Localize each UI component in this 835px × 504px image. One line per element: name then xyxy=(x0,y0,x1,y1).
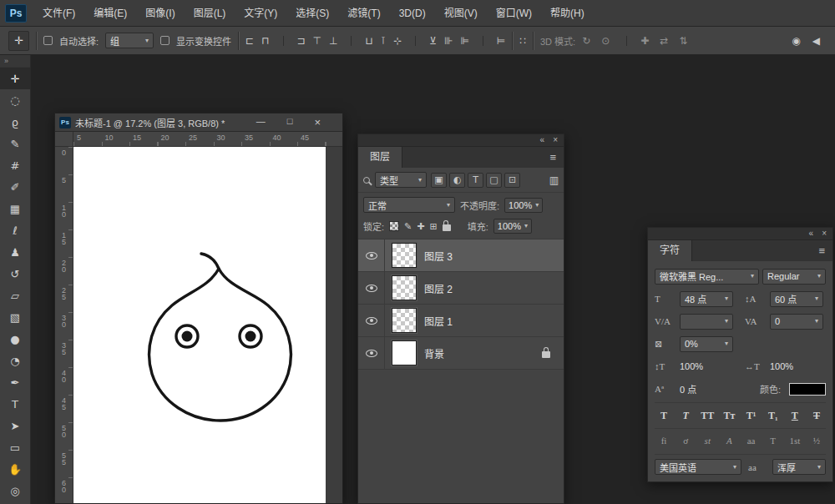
faux-italic-button[interactable]: T xyxy=(676,407,695,423)
superscript-button[interactable]: T¹ xyxy=(742,407,761,423)
dodge-tool[interactable]: ◔ xyxy=(0,350,30,371)
layer-visibility-toggle[interactable] xyxy=(358,239,385,271)
fill-field[interactable]: 100% ▾ xyxy=(493,219,532,234)
kerning-field[interactable]: ▾ xyxy=(680,314,733,330)
close-panel-icon[interactable]: × xyxy=(822,229,827,238)
distribute-right-edges-icon[interactable]: ⊨ xyxy=(483,36,505,46)
filter-pixel-layers-icon[interactable]: ▣ xyxy=(431,173,447,188)
layer-row[interactable]: 图层 1 xyxy=(358,305,564,337)
standard-ligatures-button[interactable]: fi xyxy=(655,433,673,449)
filter-shape-layers-icon[interactable]: ▢ xyxy=(486,173,502,188)
spot-healing-brush-tool[interactable]: ▦ xyxy=(0,198,30,219)
align-horizontal-centers-icon[interactable]: ⊓ xyxy=(261,36,269,46)
auto-select-dropdown[interactable]: 组 ▾ xyxy=(105,33,154,48)
3d-slide-icon[interactable]: ⇄ xyxy=(660,36,668,46)
lock-artboard-icon[interactable]: ⊞ xyxy=(430,222,438,231)
quick-selection-tool[interactable]: ✎ xyxy=(0,133,30,154)
auto-select-checkbox[interactable] xyxy=(43,36,53,45)
align-bottom-edges-icon[interactable]: ⊔ xyxy=(351,36,372,46)
layer-row[interactable]: 背景 xyxy=(358,337,564,370)
lasso-tool[interactable]: ϱ xyxy=(0,111,30,133)
path-selection-tool[interactable]: ➤ xyxy=(0,415,30,436)
eraser-tool[interactable]: ▱ xyxy=(0,285,30,306)
zoom-tool[interactable]: ◎ xyxy=(0,480,30,501)
titling-alternates-button[interactable]: T xyxy=(764,433,782,449)
type-tool[interactable]: T xyxy=(0,393,30,415)
menu-type[interactable]: 文字(Y) xyxy=(235,1,286,26)
gradient-tool[interactable]: ▧ xyxy=(0,306,30,328)
ordinals-button[interactable]: 1st xyxy=(786,433,804,449)
proportional-spacing-field[interactable]: 0% ▾ xyxy=(680,336,733,352)
baseline-shift-value[interactable]: 0 点 xyxy=(680,382,733,396)
close-panel-icon[interactable]: × xyxy=(553,136,558,144)
menu-3d[interactable]: 3D(D) xyxy=(390,1,435,26)
3d-scale-icon[interactable]: ⇅ xyxy=(679,36,687,46)
layer-row[interactable]: 图层 2 xyxy=(358,272,564,305)
distribute-left-edges-icon[interactable]: ⊪ xyxy=(444,36,453,46)
swash-button[interactable]: A xyxy=(720,433,738,449)
menu-image[interactable]: 图像(I) xyxy=(136,1,184,26)
menu-select[interactable]: 选择(S) xyxy=(286,1,338,26)
panel-menu-icon[interactable]: ≡ xyxy=(542,147,564,168)
canvas-area[interactable] xyxy=(73,147,342,503)
discretionary-ligatures-button[interactable]: st xyxy=(698,433,716,449)
close-button[interactable]: × xyxy=(314,117,321,128)
lock-image-pixels-icon[interactable]: ✎ xyxy=(404,222,412,231)
small-caps-button[interactable]: Tт xyxy=(720,407,738,423)
horizontal-scale-value[interactable]: 100% xyxy=(770,361,823,371)
faux-bold-button[interactable]: T xyxy=(655,407,673,423)
antialias-dropdown[interactable]: 浑厚 ▾ xyxy=(772,459,826,475)
layer-visibility-toggle[interactable] xyxy=(358,305,385,336)
underline-button[interactable]: T xyxy=(786,407,804,423)
collapse-panel-icon[interactable]: « xyxy=(540,136,545,144)
layer-thumbnail[interactable] xyxy=(392,308,417,333)
menu-layer[interactable]: 图层(L) xyxy=(185,1,235,26)
font-style-dropdown[interactable]: Regular ▾ xyxy=(762,269,826,285)
all-caps-button[interactable]: TT xyxy=(698,407,716,423)
minimize-button[interactable]: — xyxy=(256,117,266,128)
lock-transparent-pixels-icon[interactable] xyxy=(389,221,399,231)
history-brush-tool[interactable]: ↺ xyxy=(0,263,30,285)
layer-thumbnail[interactable] xyxy=(392,275,417,300)
rectangle-tool[interactable]: ▭ xyxy=(0,436,30,458)
canvas-page[interactable] xyxy=(73,147,326,503)
menu-help[interactable]: 帮助(H) xyxy=(541,1,594,26)
stylistic-alternates-button[interactable]: aa xyxy=(742,433,761,449)
distribute-bottom-edges-icon[interactable]: ⊻ xyxy=(415,36,437,46)
menu-file[interactable]: 文件(F) xyxy=(33,1,84,26)
opacity-field[interactable]: 100% ▾ xyxy=(504,198,543,213)
distribute-top-edges-icon[interactable]: ⊺ xyxy=(381,36,386,46)
hand-tool[interactable]: ✋ xyxy=(0,458,30,480)
blur-tool[interactable]: ● xyxy=(0,328,30,350)
collapse-panel-icon[interactable]: « xyxy=(809,229,814,238)
language-dropdown[interactable]: 美国英语 ▾ xyxy=(655,459,741,475)
subscript-button[interactable]: T₁ xyxy=(764,407,782,423)
elliptical-marquee-tool[interactable]: ◌ xyxy=(0,89,30,111)
3d-drag-icon[interactable]: ✚ xyxy=(626,36,649,46)
text-color-swatch[interactable] xyxy=(789,383,826,396)
contextual-alternates-button[interactable]: ơ xyxy=(676,433,695,449)
vertical-scale-value[interactable]: 100% xyxy=(680,361,733,371)
document-titlebar[interactable]: Ps 未标题-1 @ 17.2% (图层 3, RGB/8) * — □ × xyxy=(55,113,342,132)
filter-adjustment-layers-icon[interactable]: ◐ xyxy=(449,173,465,188)
layer-visibility-toggle[interactable] xyxy=(358,272,385,304)
toolbox-collapse-button[interactable]: » xyxy=(0,55,30,68)
options-bar-extra-icon-1[interactable]: ◉ xyxy=(792,36,800,46)
auto-align-layers-icon[interactable]: ∷ xyxy=(519,36,526,46)
crop-tool[interactable]: # xyxy=(0,154,30,176)
align-vertical-centers-icon[interactable]: ⊥ xyxy=(329,36,337,46)
menu-window[interactable]: 窗口(W) xyxy=(487,1,541,26)
tracking-field[interactable]: 0 ▾ xyxy=(770,314,823,330)
leading-field[interactable]: 60 点 ▾ xyxy=(770,291,823,307)
lock-all-icon[interactable] xyxy=(443,224,451,231)
move-tool[interactable]: ✛ xyxy=(0,68,30,89)
font-family-dropdown[interactable]: 微软雅黑 Reg... ▾ xyxy=(655,269,759,285)
align-right-edges-icon[interactable]: ⊐ xyxy=(283,36,306,46)
align-top-edges-icon[interactable]: ⊤ xyxy=(313,36,321,46)
maximize-button[interactable]: □ xyxy=(287,117,293,128)
strikethrough-button[interactable]: T xyxy=(807,407,826,423)
layer-visibility-toggle[interactable] xyxy=(358,337,385,369)
options-bar-extra-icon-2[interactable]: ◀ xyxy=(812,36,820,46)
menu-view[interactable]: 视图(V) xyxy=(435,1,487,26)
layer-thumbnail[interactable] xyxy=(392,340,417,365)
